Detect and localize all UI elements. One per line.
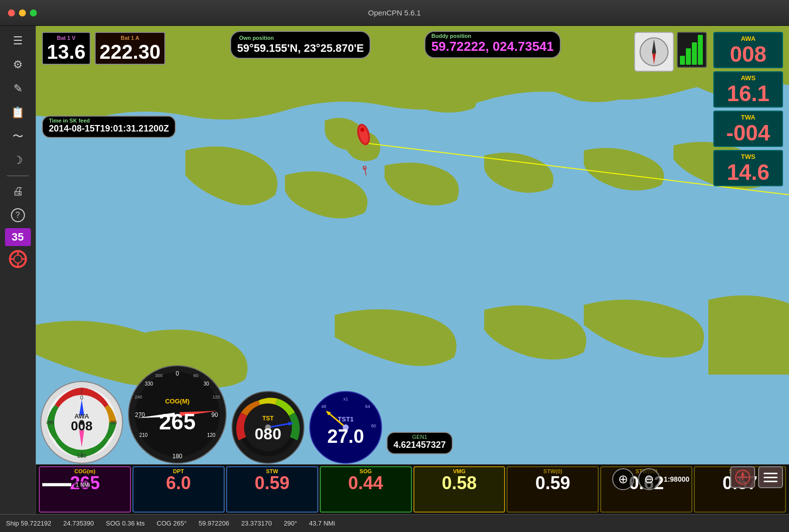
close-button[interactable] (8, 9, 15, 16)
route-icon: 〜 (12, 129, 23, 144)
sidebar-route[interactable]: 〜 (5, 126, 31, 147)
help-icon: ? (11, 208, 25, 222)
svg-text:0: 0 (176, 370, 179, 377)
gen1-label: GEN1 (394, 434, 446, 440)
scale-label: 1 NMi (74, 481, 92, 488)
svg-text:180: 180 (172, 453, 182, 460)
sidebar-settings[interactable]: ⚙ (5, 54, 31, 76)
stw-cell: STW 0.59 (226, 466, 318, 513)
svg-text:180: 180 (77, 453, 86, 459)
chart-area[interactable]: Bat 1 V 13.6 Bat 1 A 222.30 Own position… (36, 26, 789, 514)
svg-text:240: 240 (134, 395, 142, 399)
sidebar: ☰ ⚙ ✎ 📋 〜 ☽ 🖨 ? 35 (0, 26, 36, 514)
minimize-button[interactable] (19, 9, 26, 16)
own-position-label: Own position (237, 35, 276, 41)
status-lon: 23.373170 (241, 520, 271, 527)
sidebar-number[interactable]: 35 (5, 228, 31, 246)
status-lat: 59.972206 (199, 520, 229, 527)
menu-line-1 (764, 473, 778, 474)
tst1-gauge: 48 x1 64 80 TST1 27.0 (309, 391, 383, 464)
svg-text:80: 80 (371, 423, 376, 428)
own-position-panel: Own position 59°59.155'N, 23°25.870'E (230, 31, 371, 59)
zoom-controls: ⊕ ⊖ 1:98000 (612, 468, 689, 490)
status-ship: Ship 59.722192 (6, 520, 51, 527)
sidebar-hamburger[interactable]: ☰ (5, 30, 31, 52)
zoom-in-button[interactable]: ⊕ (612, 468, 634, 490)
tws-right-label: TWS (718, 153, 778, 160)
svg-text:TST1: TST1 (338, 415, 354, 423)
gear-icon: ⚙ (13, 58, 23, 71)
aws-right-value: 16.1 (718, 83, 778, 105)
status-coords: 24.735390 (63, 520, 94, 527)
tws-right-value: 14.6 (718, 161, 778, 183)
status-distance: 43.7 NMi (309, 520, 335, 527)
main-container: ☰ ⚙ ✎ 📋 〜 ☽ 🖨 ? 35 (0, 26, 789, 514)
bottom-menu-button[interactable] (758, 466, 783, 488)
cogm-cell: COG(m) 265 (39, 466, 131, 513)
zoom-out-button[interactable]: ⊖ (638, 468, 660, 490)
awa-right-instrument: AWA 008 (713, 32, 783, 68)
awa-right-value: 008 (718, 43, 778, 65)
sog-value: 0.44 (323, 474, 409, 492)
sidebar-pencil[interactable]: ✎ (5, 78, 31, 100)
sog-cell: SOG 0.44 (320, 466, 412, 513)
own-position-value: 59°59.155'N, 23°25.870'E (237, 42, 364, 55)
sidebar-moon[interactable]: ☽ (5, 149, 31, 171)
svg-text:TST: TST (263, 415, 274, 422)
signal-bars (677, 32, 707, 68)
svg-text:90: 90 (111, 419, 117, 425)
sidebar-help[interactable]: ? (5, 204, 31, 226)
svg-text:30: 30 (203, 381, 209, 387)
dpt-value: 6.0 (135, 474, 222, 492)
right-instruments: AWA 008 AWS 16.1 TWA -004 TWS 14.6 (713, 32, 783, 186)
bat1v-value: 13.6 (47, 42, 86, 62)
hamburger-icon: ☰ (13, 34, 23, 47)
sidebar-divider (7, 175, 29, 176)
vmg-cell: VMG 0.58 (413, 466, 506, 513)
vmg-value: 0.58 (416, 474, 503, 492)
twa-right-instrument: TWA -004 (713, 111, 783, 147)
gen1-value: 4.621457327 (394, 440, 446, 450)
zoom-scale: 1:98000 (664, 475, 689, 483)
svg-text:27.0: 27.0 (327, 426, 364, 447)
svg-text:48: 48 (321, 404, 326, 409)
top-instruments: Bat 1 V 13.6 Bat 1 A 222.30 (42, 32, 165, 65)
twa-right-label: TWA (718, 114, 778, 121)
svg-text:210: 210 (139, 432, 148, 438)
awa-right-label: AWA (718, 35, 778, 42)
statusbar: Ship 59.722192 24.735390 SOG 0.36 kts CO… (0, 514, 789, 532)
buddy-position-label: Buddy position (431, 33, 554, 39)
zoom-out-icon: ⊖ (644, 472, 654, 486)
bat1a-label: Bat 1 A (100, 35, 160, 41)
svg-point-16 (652, 50, 656, 54)
target-button[interactable] (730, 466, 755, 488)
sidebar-printer[interactable]: 🖨 (5, 180, 31, 202)
bat1v-instrument: Bat 1 V 13.6 (42, 32, 91, 65)
svg-text:90: 90 (211, 411, 218, 418)
moon-icon: ☽ (13, 154, 23, 167)
lifebuoy-icon[interactable] (7, 248, 29, 270)
svg-text:265: 265 (159, 409, 195, 434)
stw0-value: 0.59 (510, 474, 596, 492)
maximize-button[interactable] (30, 9, 37, 16)
tws-right-instrument: TWS 14.6 (713, 150, 783, 186)
svg-text:64: 64 (365, 404, 370, 409)
svg-text:60: 60 (193, 373, 198, 378)
window-controls (8, 9, 37, 16)
time-label: Time in SK feed (49, 118, 169, 124)
buddy-position-value: 59.72222, 024.73541 (431, 39, 554, 54)
dpt-cell: DPT 6.0 (132, 466, 225, 513)
compass-icon-area (634, 32, 707, 72)
menu-line-3 (764, 481, 778, 482)
compass-icon[interactable] (634, 32, 674, 72)
status-sog: SOG 0.36 kts (106, 520, 145, 527)
time-value: 2014-08-15T19:01:31.21200Z (49, 124, 169, 134)
svg-text:120: 120 (212, 395, 220, 399)
svg-text:080: 080 (255, 425, 281, 443)
svg-point-1 (14, 255, 22, 263)
svg-text:COG(M): COG(M) (165, 398, 189, 405)
app-title: OpenCPN 5.6.1 (368, 8, 421, 17)
sidebar-clipboard[interactable]: 📋 (5, 102, 31, 124)
clipboard-icon: 📋 (11, 106, 24, 119)
aws-right-instrument: AWS 16.1 (713, 71, 783, 108)
